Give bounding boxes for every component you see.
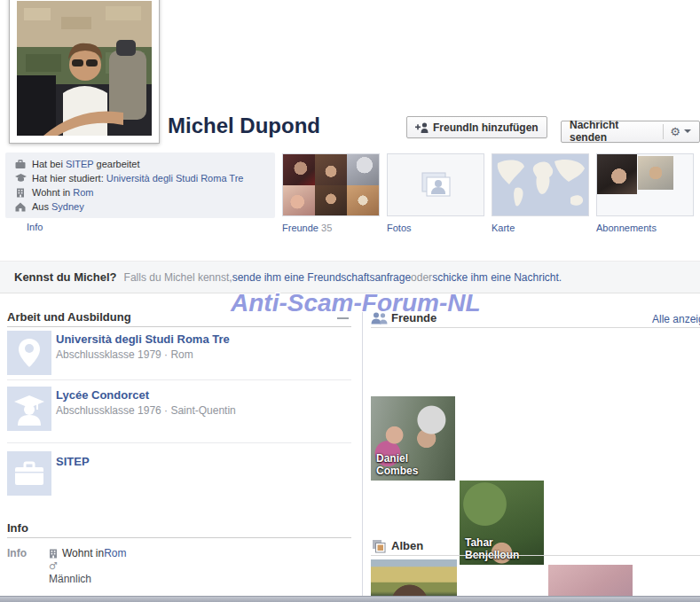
button-divider	[663, 124, 664, 139]
section-rule	[7, 537, 351, 538]
subscriptions-tile[interactable]	[596, 153, 694, 216]
page-title: Michel Dupond	[168, 113, 320, 138]
friend-tile[interactable]: Tahar Benjelloun	[460, 481, 544, 565]
caret-down-icon[interactable]	[684, 129, 691, 133]
friend-tile[interactable]: Daniel Combes	[371, 396, 455, 481]
summary-text: gearbeitet	[94, 159, 140, 169]
section-rule	[371, 327, 700, 328]
collapse-section-button[interactable]	[337, 317, 349, 319]
friend-collage-photo	[347, 185, 379, 216]
friend-collage-photo	[283, 185, 315, 216]
gear-icon[interactable]: ⚙	[670, 125, 680, 138]
lives-in-row: Wohnt in Rom	[49, 547, 126, 559]
send-friend-request-link[interactable]: sende ihm eine Freundschaftsanfrage	[232, 271, 411, 284]
summary-row-city: Wohnt in Rom	[14, 185, 275, 199]
education-entry-detail: Abschlussklasse 1976 · Saint-Quentin	[56, 404, 236, 417]
lives-in-city-link[interactable]: Rom	[104, 547, 126, 559]
albums-section-title: Alben	[391, 539, 423, 552]
friends-count: 35	[321, 223, 332, 233]
male-symbol-icon: ♂	[49, 560, 58, 572]
summary-row-hometown: Aus Sydney	[14, 199, 275, 214]
banner-question: Kennst du Michel?	[14, 270, 117, 284]
lives-in-text: Wohnt in	[62, 547, 104, 559]
summary-text: Hat hier studiert:	[32, 173, 106, 184]
profile-photo[interactable]	[9, 0, 160, 144]
photos-tile[interactable]	[387, 153, 484, 216]
banner-text: oder	[411, 271, 432, 284]
graduate-icon[interactable]	[7, 387, 51, 431]
add-friend-icon	[415, 122, 429, 133]
friends-tile[interactable]	[282, 153, 380, 216]
subscription-photo	[638, 156, 673, 190]
friend-collage-photo	[315, 154, 347, 185]
graduation-cap-icon	[14, 174, 27, 183]
building-icon	[14, 188, 27, 198]
education-entry-link[interactable]: Università degli Studi Roma Tre	[56, 332, 230, 346]
add-friend-button[interactable]: FreundIn hinzufügen	[406, 116, 547, 138]
summary-row-education: Hat hier studiert: Università degli Stud…	[14, 171, 275, 185]
section-rule	[7, 326, 351, 327]
hometown-link[interactable]: Sydney	[51, 201, 84, 212]
current-city-link[interactable]: Rom	[73, 187, 93, 198]
column-divider	[362, 309, 363, 596]
entry-rule	[7, 442, 351, 443]
gender-value: Männlich	[49, 573, 91, 585]
work-education-title: Arbeit und Ausbildung	[7, 310, 131, 324]
subscriptions-tile-label[interactable]: Abonnements	[596, 223, 657, 233]
summary-text: Aus	[32, 201, 51, 212]
location-pin-icon[interactable]	[7, 331, 51, 375]
friend-collage-photo	[315, 185, 347, 216]
education-entry-detail: Abschlussklasse 1979 · Rom	[56, 348, 193, 361]
album-thumbnail[interactable]	[371, 559, 457, 596]
section-rule	[371, 555, 700, 556]
info-section-title: Info	[7, 521, 28, 535]
friend-collage-photo	[347, 154, 379, 185]
photos-tile-label[interactable]: Fotos	[387, 223, 412, 233]
friends-tile-label[interactable]: Freunde 35	[282, 223, 332, 233]
see-all-friends-link[interactable]: Alle anzeigen	[652, 313, 700, 325]
workplace-link[interactable]: SITEP	[66, 159, 94, 169]
send-message-label: Nachricht senden	[570, 119, 657, 144]
education-entry-link[interactable]: Lycée Condorcet	[56, 388, 149, 402]
building-icon	[49, 549, 58, 559]
world-map-graphic	[492, 154, 588, 215]
map-tile-label[interactable]: Karte	[492, 223, 515, 233]
info-link[interactable]: Info	[27, 222, 43, 232]
map-tile[interactable]	[492, 153, 589, 216]
entry-rule	[7, 379, 351, 380]
friend-collage-photo	[283, 154, 315, 185]
briefcase-icon	[14, 160, 27, 169]
send-message-link[interactable]: schicke ihm eine Nachricht.	[432, 271, 562, 284]
info-row-label: Info	[7, 547, 27, 559]
banner-text: Falls du Michel kennst,	[124, 271, 232, 284]
bottom-scrollbar[interactable]	[0, 596, 700, 602]
photos-placeholder-icon	[420, 172, 452, 199]
add-friend-label: FreundIn hinzufügen	[433, 121, 539, 134]
anti-scam-watermark: Anti-Scam-Forum-NL	[231, 289, 481, 317]
friend-name[interactable]: Tahar Benjelloun	[465, 536, 541, 561]
briefcase-icon[interactable]	[7, 451, 51, 496]
friend-name[interactable]: Daniel Combes	[376, 452, 452, 477]
university-link[interactable]: Università degli Studi Roma Tre	[106, 173, 244, 184]
summary-text: Hat bei	[32, 159, 66, 169]
profile-photo-image	[17, 1, 152, 136]
facebook-profile-page: Michel Dupond FreundIn hinzufügen Nachri…	[0, 0, 700, 602]
home-icon	[14, 202, 27, 212]
send-message-button[interactable]: Nachricht senden ⚙	[561, 121, 700, 143]
summary-text: Wohnt in	[32, 187, 73, 198]
subscription-photo	[597, 154, 637, 194]
summary-row-work: Hat bei SITEP gearbeitet	[14, 157, 275, 171]
albums-icon	[372, 539, 386, 557]
workplace-entry-link[interactable]: SITEP	[56, 455, 90, 468]
profile-summary-box: Hat bei SITEP gearbeitet Hat hier studie…	[5, 152, 275, 218]
